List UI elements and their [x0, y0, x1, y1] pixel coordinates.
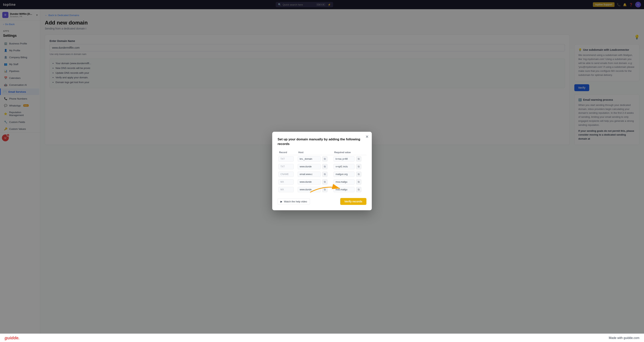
record-type-3: CNAME: [278, 172, 294, 177]
host-cell-5: www.dunde ⧉: [298, 187, 332, 192]
guidde-logo: guidde.: [4, 336, 20, 340]
guidde-tagline: Made with guidde.com: [609, 336, 640, 340]
value-cell-5: mxb.mailgu ⧉: [334, 187, 366, 192]
value-cell-1: k=rsa; p=MI ⧉: [334, 156, 366, 162]
table-row: MX www.dunde ⧉ mxa.mailgu ⧉: [278, 178, 366, 186]
host-value-5: www.dunde: [298, 187, 321, 192]
host-cell-2: www.dunde ⧉: [298, 164, 332, 169]
record-type-2: TXT: [278, 164, 294, 169]
record-type-4: MX: [278, 179, 294, 184]
req-value-4: mxa.mailgu: [334, 179, 354, 184]
copy-value-5[interactable]: ⧉: [356, 187, 362, 192]
host-cell-4: www.dunde ⧉: [298, 179, 332, 184]
host-value-3: email.www.c: [298, 172, 321, 177]
host-value-2: www.dunde: [298, 164, 321, 169]
dns-records-modal: ✕ Set up your domain manually by adding …: [272, 132, 372, 210]
copy-host-5[interactable]: ⧉: [322, 187, 328, 192]
copy-value-1[interactable]: ⧉: [356, 156, 362, 162]
guidde-footer: guidde. Made with guidde.com: [0, 334, 644, 342]
modal-footer: ▶ Watch the help video Verify records: [278, 198, 366, 205]
copy-host-1[interactable]: ⧉: [322, 156, 328, 162]
modal-close-button[interactable]: ✕: [366, 135, 369, 139]
watch-video-button[interactable]: ▶ Watch the help video: [278, 198, 310, 205]
value-cell-4: mxa.mailgu ⧉: [334, 179, 366, 184]
value-cell-3: mailgun.org ⧉: [334, 172, 366, 177]
table-row: TXT www.dunde ⧉ v=spf1 inclu ⧉: [278, 163, 366, 170]
table-row: TXT krs._domain ⧉ k=rsa; p=MI ⧉: [278, 155, 366, 163]
play-icon: ▶: [280, 200, 282, 203]
table-row: MX www.dunde ⧉ mxb.mailgu ⧉: [278, 186, 366, 194]
col-record: Record: [278, 150, 297, 155]
modal-title: Set up your domain manually by adding th…: [278, 137, 366, 146]
host-value-1: krs._domain: [298, 156, 321, 162]
copy-value-4[interactable]: ⧉: [356, 179, 362, 184]
copy-host-4[interactable]: ⧉: [322, 179, 328, 184]
verify-records-button[interactable]: Verify records: [340, 198, 366, 205]
copy-value-3[interactable]: ⧉: [356, 172, 362, 177]
value-cell-2: v=spf1 inclu ⧉: [334, 164, 366, 169]
host-cell-3: email.www.c ⧉: [298, 172, 332, 177]
copy-host-2[interactable]: ⧉: [322, 164, 328, 169]
modal-overlay[interactable]: ✕ Set up your domain manually by adding …: [0, 0, 644, 342]
host-cell-1: krs._domain ⧉: [298, 156, 332, 162]
req-value-2: v=spf1 inclu: [334, 164, 354, 169]
record-type-1: TXT: [278, 156, 294, 162]
host-value-4: www.dunde: [298, 179, 321, 184]
copy-host-3[interactable]: ⧉: [322, 172, 328, 177]
req-value-5: mxb.mailgu: [334, 187, 354, 192]
table-row: CNAME email.www.c ⧉ mailgun.org ⧉: [278, 170, 366, 178]
record-type-5: MX: [278, 187, 294, 192]
req-value-1: k=rsa; p=MI: [334, 156, 354, 162]
col-host: Host: [297, 150, 333, 155]
col-value: Required value: [333, 150, 366, 155]
records-table: Record Host Required value TXT krs._doma…: [278, 150, 366, 194]
copy-value-2[interactable]: ⧉: [356, 164, 362, 169]
req-value-3: mailgun.org: [334, 172, 354, 177]
